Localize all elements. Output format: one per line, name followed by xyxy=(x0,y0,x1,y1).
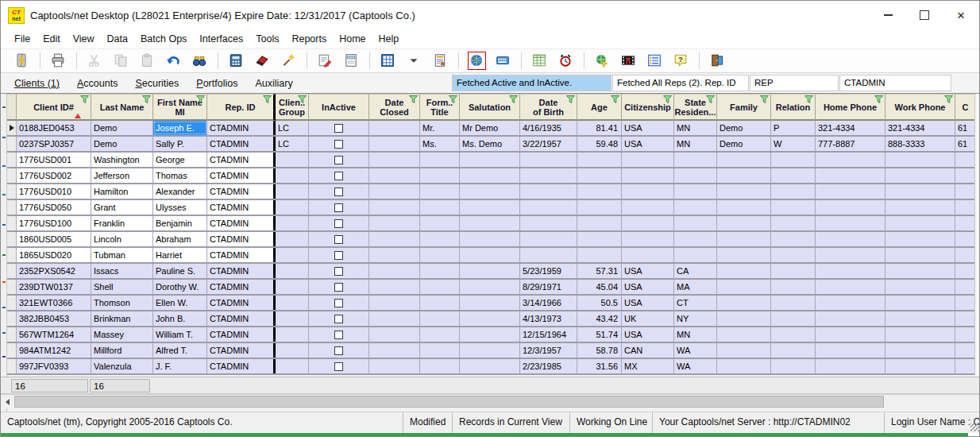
tab-accounts[interactable]: Accounts xyxy=(68,78,126,89)
scroll-left-button[interactable] xyxy=(1,395,14,408)
row-selector[interactable] xyxy=(7,311,17,326)
cell-rep[interactable]: CTADMIN xyxy=(207,216,276,230)
cell-salutation[interactable] xyxy=(460,153,520,167)
cell-first[interactable]: George xyxy=(153,153,207,167)
cell-work[interactable] xyxy=(885,359,955,373)
menu-home[interactable]: Home xyxy=(333,31,372,47)
cell-family[interactable] xyxy=(717,359,771,373)
cell-age[interactable]: 31.56 xyxy=(577,359,622,373)
row-selector[interactable] xyxy=(7,121,17,135)
cell-id[interactable]: 1776USD050 xyxy=(17,200,91,215)
cell-citizenship[interactable]: USA xyxy=(622,137,674,151)
cell-family[interactable] xyxy=(717,264,771,278)
cell-state[interactable]: WA xyxy=(674,359,717,373)
cell-dob[interactable]: 3/14/1966 xyxy=(520,296,577,310)
edit-record-icon[interactable] xyxy=(318,53,333,68)
exit-door-icon[interactable] xyxy=(710,53,725,68)
cell-last[interactable]: Tubman xyxy=(91,248,153,262)
cell-form[interactable] xyxy=(420,296,460,310)
cell-family[interactable] xyxy=(717,327,771,342)
inactive-checkbox[interactable] xyxy=(334,283,343,292)
col-header-inactive[interactable]: InActive xyxy=(309,94,369,121)
cell-citizenship[interactable] xyxy=(622,232,674,246)
cell-citizenship[interactable]: UK xyxy=(622,311,674,326)
cell-age[interactable]: 50.5 xyxy=(577,296,622,310)
cell-work[interactable] xyxy=(885,264,955,278)
col-header-work[interactable]: Work Phone xyxy=(885,94,955,121)
cell-rep[interactable]: CTADMIN xyxy=(207,153,276,167)
paste-icon[interactable] xyxy=(140,53,155,68)
row-selector[interactable] xyxy=(7,327,17,342)
cell-closed[interactable] xyxy=(369,184,420,199)
cell-last[interactable]: Demo xyxy=(91,137,153,151)
cell-last[interactable]: Lincoln xyxy=(91,232,153,246)
cell-extra[interactable] xyxy=(955,184,974,199)
cell-salutation[interactable] xyxy=(460,359,520,373)
cell-salutation[interactable]: Mr Demo xyxy=(460,121,520,135)
filter-icon[interactable] xyxy=(663,95,672,103)
cell-last[interactable]: Thomson xyxy=(91,296,153,310)
cell-extra[interactable]: 61 xyxy=(955,121,974,135)
cell-inactive[interactable] xyxy=(309,296,369,310)
cell-closed[interactable] xyxy=(369,264,420,278)
cell-inactive[interactable] xyxy=(309,153,369,167)
cell-group[interactable] xyxy=(276,311,309,326)
cell-group[interactable] xyxy=(276,327,309,342)
cell-group[interactable] xyxy=(276,264,309,278)
col-header-form[interactable]: Form..Title xyxy=(420,94,460,121)
cell-work[interactable] xyxy=(885,280,955,294)
col-header-rep[interactable]: Rep. ID xyxy=(207,94,276,121)
calc-sheet-icon[interactable] xyxy=(532,53,547,68)
cell-work[interactable]: 888-3333 xyxy=(885,137,955,151)
row-selector[interactable] xyxy=(7,296,17,310)
maximize-button[interactable] xyxy=(906,1,943,29)
cell-state[interactable] xyxy=(674,216,717,230)
inactive-checkbox[interactable] xyxy=(334,203,343,212)
cell-dob[interactable] xyxy=(520,216,577,230)
cell-state[interactable]: MA xyxy=(674,280,717,294)
cell-work[interactable] xyxy=(885,232,955,246)
cell-inactive[interactable] xyxy=(309,248,369,262)
cell-citizenship[interactable]: CAN xyxy=(622,343,674,358)
cell-closed[interactable] xyxy=(369,280,420,294)
field-list-icon[interactable] xyxy=(647,53,662,68)
inactive-checkbox[interactable] xyxy=(334,235,343,244)
cell-citizenship[interactable] xyxy=(622,216,674,230)
cell-state[interactable] xyxy=(674,168,717,183)
cell-relation[interactable]: P xyxy=(771,121,816,135)
minimize-button[interactable] xyxy=(870,1,906,29)
cell-last[interactable]: Demo xyxy=(91,121,153,135)
cell-age[interactable] xyxy=(577,168,622,183)
cell-first[interactable]: Joseph E. xyxy=(153,121,207,135)
cell-dob[interactable] xyxy=(520,200,577,215)
cell-form[interactable] xyxy=(420,153,460,167)
cell-form[interactable] xyxy=(420,232,460,246)
cell-relation[interactable] xyxy=(771,280,816,294)
slideshow-icon[interactable] xyxy=(621,53,636,68)
cell-dob[interactable] xyxy=(520,248,577,262)
cell-relation[interactable] xyxy=(771,200,816,215)
cell-id[interactable]: 1776USD002 xyxy=(17,168,91,183)
cell-dob[interactable]: 2/23/1985 xyxy=(520,359,577,373)
row-selector[interactable] xyxy=(7,216,17,230)
cell-group[interactable] xyxy=(276,248,309,262)
cell-dob[interactable]: 3/22/1957 xyxy=(520,137,577,151)
cell-rep[interactable]: CTADMIN xyxy=(207,264,276,278)
cell-closed[interactable] xyxy=(369,248,420,262)
cell-closed[interactable] xyxy=(369,296,420,310)
cell-home[interactable] xyxy=(816,359,885,373)
resize-grip[interactable] xyxy=(970,423,979,431)
cell-home[interactable] xyxy=(816,153,885,167)
horizontal-scrollbar[interactable] xyxy=(1,394,980,408)
cell-rep[interactable]: CTADMIN xyxy=(207,327,276,342)
inactive-checkbox[interactable] xyxy=(334,219,343,228)
cell-age[interactable]: 58.78 xyxy=(577,343,622,358)
cell-state[interactable] xyxy=(674,200,717,215)
cell-id[interactable]: 0237SPJ0357 xyxy=(17,137,91,151)
cell-home[interactable] xyxy=(816,280,885,294)
cell-home[interactable] xyxy=(816,343,885,358)
cell-home[interactable]: 777-8887 xyxy=(816,137,885,151)
cell-first[interactable]: Alexander xyxy=(153,184,207,199)
cell-family[interactable] xyxy=(717,200,771,215)
cell-age[interactable]: 59.48 xyxy=(577,137,622,151)
